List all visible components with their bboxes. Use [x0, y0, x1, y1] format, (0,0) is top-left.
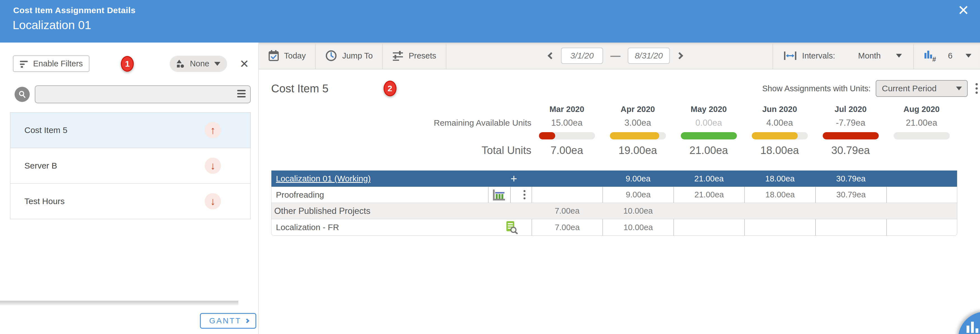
search-input[interactable] — [35, 85, 251, 103]
month-column-header: Mar 2020 — [531, 103, 602, 116]
grid-cell[interactable] — [886, 219, 957, 236]
annotation-badge-1: 1 — [121, 56, 134, 72]
remaining-value: 0.00ea — [673, 118, 744, 128]
enable-filters-button[interactable]: Enable Filters — [13, 55, 89, 72]
grid-cell[interactable]: 30.79ea — [815, 187, 886, 203]
enable-filters-label: Enable Filters — [33, 59, 83, 68]
today-button[interactable]: Today — [259, 43, 316, 69]
grid-cell: 30.79ea — [815, 171, 886, 187]
dialog-subtitle: Localization 01 — [13, 19, 980, 32]
remaining-value: 21.00ea — [886, 118, 957, 128]
presets-label: Presets — [409, 51, 436, 60]
clock-icon — [325, 50, 337, 62]
grid-cell — [531, 171, 603, 187]
trend-down-icon: ↓ — [205, 193, 221, 209]
show-assignments-value: Current Period — [882, 84, 937, 93]
utilization-bar — [610, 132, 666, 139]
annotation-badge-2: 2 — [383, 81, 396, 96]
horizontal-scrollbar[interactable] — [0, 301, 238, 305]
utilization-bar — [823, 132, 879, 139]
search-icon[interactable] — [14, 87, 30, 102]
intervals-icon — [784, 51, 797, 60]
grid-cell[interactable]: 18.00ea — [745, 187, 815, 203]
list-item-cost-item-5[interactable]: Cost Item 5 ↑ — [10, 112, 250, 148]
timeline-toolbar: Today Jump To Presets — — [259, 43, 980, 70]
section-row-other-published: Other Published Projects 7.00ea 10.00ea — [271, 203, 957, 219]
project-header-row: Localization 01 (Working) + 9.00ea 21.00… — [271, 171, 957, 187]
month-column-header: Jul 2020 — [815, 103, 886, 116]
assignment-row-localization-fr: Localization - FR 7.00ea 10.00ea — [271, 219, 957, 236]
grid-cell[interactable]: 9.00ea — [603, 187, 673, 203]
trend-down-icon: ↓ — [205, 158, 221, 174]
utilization-bar — [894, 132, 950, 139]
assignments-grid: Localization 01 (Working) + 9.00ea 21.00… — [271, 171, 957, 236]
gantt-label: GANTT — [209, 317, 242, 325]
filter-toolbar: Enable Filters 1 None ✕ — [13, 55, 249, 72]
group-by-value: None — [190, 59, 209, 68]
dialog-title: Cost Item Assignment Details — [13, 6, 980, 15]
grid-cell: 7.00ea — [531, 203, 603, 219]
published-doc-search-icon[interactable] — [505, 221, 518, 234]
chevron-down-icon[interactable] — [896, 54, 902, 57]
show-assignments-label: Show Assignments with Units: — [762, 84, 871, 93]
start-date-input[interactable] — [561, 47, 603, 64]
assignment-label: Localization - FR — [276, 223, 339, 232]
interval-value-dropdown[interactable]: Month — [858, 51, 881, 60]
remaining-value: 15.00ea — [531, 118, 602, 128]
date-range-separator: — — [611, 50, 620, 62]
jump-to-button[interactable]: Jump To — [316, 43, 383, 69]
remaining-units-label: Remaining Available Units — [271, 118, 531, 128]
grid-cell[interactable] — [673, 219, 745, 236]
list-item-server-b[interactable]: Server B ↓ — [10, 148, 250, 184]
grid-cell — [745, 203, 815, 219]
grid-cell[interactable] — [815, 219, 886, 236]
group-by-dropdown[interactable]: None — [170, 56, 227, 72]
total-value: 7.00ea — [531, 144, 602, 157]
utilization-bar — [752, 132, 808, 139]
close-icon[interactable]: ✕ — [958, 3, 969, 17]
cost-item-list: Cost Item 5 ↑ Server B ↓ Test Hours ↓ — [10, 112, 251, 219]
total-value: 18.00ea — [744, 144, 815, 157]
assignment-label: Proofreading — [271, 187, 488, 203]
list-item-label: Server B — [24, 161, 57, 171]
remaining-value: 3.00ea — [602, 118, 673, 128]
list-item-test-hours[interactable]: Test Hours ↓ — [10, 184, 250, 219]
grid-cell: 9.00ea — [603, 171, 673, 187]
next-period-icon[interactable] — [676, 52, 683, 59]
grid-cell[interactable]: 21.00ea — [673, 187, 745, 203]
histogram-icon[interactable] — [488, 187, 510, 203]
project-link[interactable]: Localization 01 (Working) — [276, 174, 371, 184]
interval-count-dropdown[interactable]: # 6 — [914, 49, 972, 62]
sliders-icon — [392, 50, 404, 61]
grid-cell[interactable] — [745, 219, 815, 236]
grid-cell: 18.00ea — [745, 171, 815, 187]
left-panel: Enable Filters 1 None ✕ Cost Item 5 ↑ Se… — [0, 43, 259, 334]
add-assignment-button[interactable]: + — [511, 173, 517, 184]
interval-count-value: 6 — [948, 51, 953, 60]
grid-cell[interactable] — [886, 187, 957, 203]
assignment-details-content: Cost Item 5 2 Show Assignments with Unit… — [259, 80, 980, 236]
row-more-options-icon[interactable] — [510, 187, 531, 203]
more-options-icon[interactable] — [974, 82, 979, 95]
chevron-down-icon — [956, 87, 962, 90]
list-options-icon[interactable] — [237, 90, 246, 97]
total-value: 19.00ea — [602, 144, 673, 157]
end-date-input[interactable] — [628, 47, 670, 64]
panel-close-icon[interactable]: ✕ — [239, 58, 249, 70]
gantt-button[interactable]: GANTT — [200, 313, 256, 329]
total-value: 30.79ea — [815, 144, 886, 157]
grid-cell[interactable] — [531, 187, 603, 203]
show-assignments-dropdown[interactable]: Current Period — [876, 80, 968, 97]
chevron-down-icon — [966, 54, 972, 57]
intervals-label: Intervals: — [802, 51, 835, 60]
grid-cell[interactable]: 7.00ea — [531, 219, 603, 236]
prev-period-icon[interactable] — [547, 52, 555, 59]
availability-summary: Mar 2020 Apr 2020 May 2020 Jun 2020 Jul … — [271, 103, 980, 159]
dialog-header: Cost Item Assignment Details Localizatio… — [0, 0, 980, 43]
presets-button[interactable]: Presets — [383, 43, 446, 69]
grid-cell[interactable]: 10.00ea — [603, 219, 673, 236]
jump-to-label: Jump To — [342, 51, 373, 60]
svg-text:#: # — [932, 55, 936, 62]
remaining-value: -7.79ea — [815, 118, 886, 128]
grid-cell: 10.00ea — [603, 203, 673, 219]
